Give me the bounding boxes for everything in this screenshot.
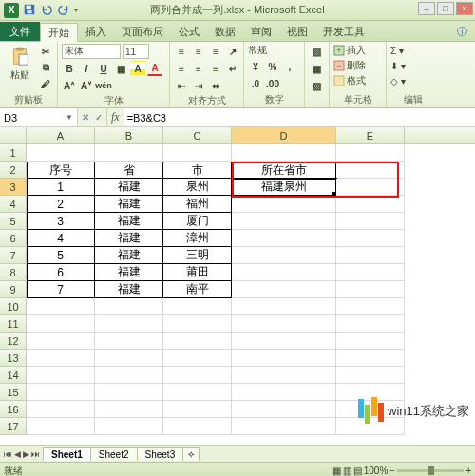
align-right-icon[interactable]: ≡ bbox=[208, 61, 223, 76]
cell-B6[interactable]: 福建 bbox=[95, 230, 163, 247]
cell-B11[interactable] bbox=[95, 315, 163, 333]
decrease-decimal-icon[interactable]: .00 bbox=[265, 76, 280, 91]
cell-B1[interactable] bbox=[95, 144, 163, 162]
cell-B10[interactable] bbox=[95, 298, 163, 315]
bold-button[interactable]: B bbox=[62, 61, 77, 76]
italic-button[interactable]: I bbox=[79, 61, 94, 76]
cell-C10[interactable] bbox=[163, 298, 232, 315]
sheet-tab-1[interactable]: Sheet1 bbox=[43, 447, 91, 461]
view-page-break-icon[interactable]: ▤ bbox=[353, 466, 362, 476]
cell-D9[interactable] bbox=[232, 281, 336, 298]
tab-developer[interactable]: 开发工具 bbox=[315, 22, 372, 41]
tab-review[interactable]: 审阅 bbox=[243, 22, 279, 41]
cell-E8[interactable] bbox=[336, 264, 405, 281]
format-cells-button[interactable]: 格式 bbox=[333, 74, 366, 87]
row-header[interactable]: 2 bbox=[0, 162, 27, 179]
clear-icon[interactable]: ◇ ▾ bbox=[390, 74, 406, 87]
cell-E9[interactable] bbox=[336, 281, 405, 298]
cell-C11[interactable] bbox=[163, 315, 232, 333]
row-header[interactable]: 1 bbox=[0, 144, 27, 162]
cell-A11[interactable] bbox=[27, 315, 95, 333]
cell-C1[interactable] bbox=[163, 144, 232, 162]
indent-dec-icon[interactable]: ⇤ bbox=[174, 78, 189, 93]
autosum-icon[interactable]: Σ ▾ bbox=[390, 44, 404, 57]
cell-C7[interactable]: 三明 bbox=[163, 247, 232, 264]
cell-E1[interactable] bbox=[336, 144, 405, 162]
fx-icon[interactable]: fx bbox=[107, 108, 124, 126]
cell-B2[interactable]: 省 bbox=[95, 162, 163, 179]
cancel-formula-icon[interactable]: ✕ bbox=[82, 112, 89, 123]
row-header[interactable]: 9 bbox=[0, 281, 27, 298]
row-header[interactable]: 10 bbox=[0, 298, 27, 315]
cell-B4[interactable]: 福建 bbox=[95, 196, 163, 213]
row-header[interactable]: 11 bbox=[0, 315, 27, 333]
cell-C13[interactable] bbox=[163, 350, 232, 367]
cell-D15[interactable] bbox=[232, 384, 336, 401]
fill-icon[interactable]: ⬇ ▾ bbox=[390, 59, 406, 72]
ribbon-help-icon[interactable]: ⓘ bbox=[449, 22, 475, 41]
row-header[interactable]: 6 bbox=[0, 230, 27, 247]
cell-C8[interactable]: 莆田 bbox=[163, 264, 232, 281]
qat-dropdown-icon[interactable]: ▾ bbox=[74, 6, 78, 14]
shrink-font-icon[interactable]: A˅ bbox=[79, 78, 94, 93]
name-box[interactable]: D3 ▼ bbox=[0, 108, 78, 126]
cell-A5[interactable]: 3 bbox=[27, 213, 95, 230]
wrap-text-icon[interactable]: ↵ bbox=[225, 61, 240, 76]
cell-D13[interactable] bbox=[232, 350, 336, 367]
cell-A2[interactable]: 序号 bbox=[27, 162, 95, 179]
phonetic-icon[interactable]: wén bbox=[96, 78, 111, 93]
row-header[interactable]: 8 bbox=[0, 264, 27, 281]
redo-icon[interactable] bbox=[57, 3, 70, 18]
paste-button[interactable]: 粘贴 bbox=[4, 44, 36, 84]
cell-E6[interactable] bbox=[336, 230, 405, 247]
cell-B16[interactable] bbox=[95, 401, 163, 418]
row-header[interactable]: 12 bbox=[0, 333, 27, 350]
close-button[interactable]: × bbox=[456, 2, 473, 15]
align-bottom-icon[interactable]: ≡ bbox=[208, 44, 223, 59]
cell-B17[interactable] bbox=[95, 418, 163, 435]
cell-B9[interactable]: 福建 bbox=[95, 281, 163, 298]
cell-B7[interactable]: 福建 bbox=[95, 247, 163, 264]
cell-C5[interactable]: 厦门 bbox=[163, 213, 232, 230]
underline-button[interactable]: U bbox=[96, 61, 111, 76]
cell-C6[interactable]: 漳州 bbox=[163, 230, 232, 247]
number-format-select[interactable]: 常规 bbox=[248, 44, 301, 57]
cell-D12[interactable] bbox=[232, 333, 336, 350]
col-header-C[interactable]: C bbox=[163, 127, 232, 143]
increase-decimal-icon[interactable]: .0 bbox=[248, 76, 263, 91]
cell-E12[interactable] bbox=[336, 333, 405, 350]
cell-A15[interactable] bbox=[27, 384, 95, 401]
merge-center-icon[interactable]: ⬌ bbox=[208, 78, 223, 93]
copy-icon[interactable]: ⧉ bbox=[38, 60, 53, 75]
select-all-corner[interactable] bbox=[0, 127, 27, 143]
col-header-B[interactable]: B bbox=[95, 127, 163, 143]
cell-C15[interactable] bbox=[163, 384, 232, 401]
tab-view[interactable]: 视图 bbox=[279, 22, 315, 41]
row-header[interactable]: 13 bbox=[0, 350, 27, 367]
col-header-D[interactable]: D bbox=[232, 127, 336, 143]
cell-A14[interactable] bbox=[27, 367, 95, 384]
format-painter-icon[interactable]: 🖌 bbox=[38, 76, 53, 91]
sheet-nav-last-icon[interactable]: ⏭ bbox=[31, 449, 40, 459]
cell-D7[interactable] bbox=[232, 247, 336, 264]
cell-D5[interactable] bbox=[232, 213, 336, 230]
cell-B15[interactable] bbox=[95, 384, 163, 401]
grow-font-icon[interactable]: A˄ bbox=[62, 78, 77, 93]
cell-D2[interactable]: 所在省市 bbox=[232, 162, 336, 179]
sheet-tab-2[interactable]: Sheet2 bbox=[90, 447, 138, 461]
border-icon[interactable]: ▦ bbox=[113, 61, 128, 76]
cell-A6[interactable]: 4 bbox=[27, 230, 95, 247]
cell-E5[interactable] bbox=[336, 213, 405, 230]
row-header[interactable]: 15 bbox=[0, 384, 27, 401]
cell-B5[interactable]: 福建 bbox=[95, 213, 163, 230]
cut-icon[interactable]: ✂ bbox=[38, 44, 53, 59]
col-header-E[interactable]: E bbox=[336, 127, 405, 143]
cell-C3[interactable]: 泉州 bbox=[163, 179, 232, 196]
tab-formulas[interactable]: 公式 bbox=[171, 22, 207, 41]
cell-A7[interactable]: 5 bbox=[27, 247, 95, 264]
tab-data[interactable]: 数据 bbox=[207, 22, 243, 41]
font-color-icon[interactable]: A bbox=[147, 61, 162, 76]
sheet-tab-3[interactable]: Sheet3 bbox=[137, 447, 184, 461]
cell-D3[interactable]: 福建泉州 bbox=[232, 179, 336, 196]
undo-icon[interactable] bbox=[40, 3, 53, 18]
